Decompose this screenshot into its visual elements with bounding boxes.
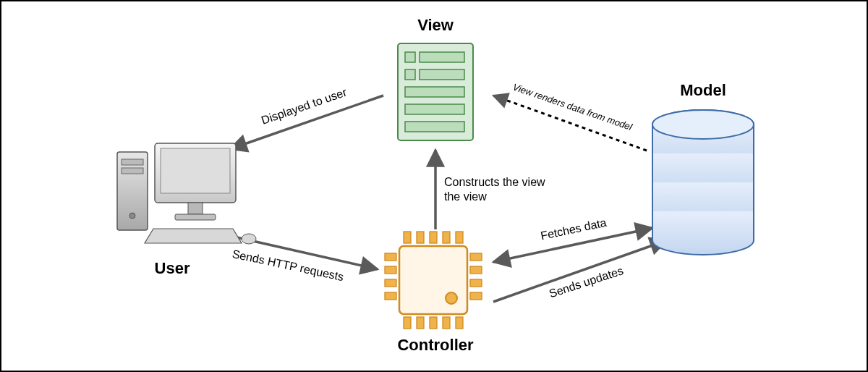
svg-rect-25 (430, 317, 437, 329)
svg-rect-7 (405, 122, 464, 132)
svg-rect-35 (470, 292, 482, 300)
controller-node: Controller (385, 232, 482, 354)
svg-rect-31 (385, 292, 396, 300)
model-node: Model (652, 81, 754, 255)
svg-rect-3 (405, 69, 415, 80)
svg-rect-20 (430, 232, 437, 243)
svg-rect-1 (405, 52, 415, 62)
database-icon (652, 110, 754, 255)
edge-displayed-to-user-label: Displayed to user (260, 85, 349, 127)
svg-rect-36 (399, 246, 467, 314)
svg-rect-34 (470, 279, 482, 287)
chip-icon (385, 232, 482, 329)
svg-rect-10 (122, 159, 143, 165)
svg-rect-19 (417, 232, 424, 243)
svg-rect-5 (405, 87, 464, 97)
svg-rect-29 (385, 266, 396, 274)
controller-label: Controller (397, 336, 474, 354)
svg-rect-22 (456, 232, 463, 243)
svg-rect-11 (122, 168, 143, 174)
svg-point-12 (129, 213, 135, 219)
svg-rect-30 (385, 279, 396, 287)
svg-point-37 (446, 292, 457, 304)
svg-rect-32 (470, 253, 482, 261)
user-label: User (155, 259, 190, 277)
svg-rect-18 (404, 232, 411, 243)
edge-constructs-view-label2: the view (444, 190, 487, 203)
svg-rect-33 (470, 266, 482, 274)
svg-rect-26 (443, 317, 450, 329)
diagram-frame: Displayed to user View renders data from… (0, 0, 868, 372)
svg-rect-15 (188, 203, 203, 214)
svg-rect-6 (405, 104, 464, 114)
svg-rect-23 (404, 317, 411, 329)
svg-rect-27 (456, 317, 463, 329)
svg-rect-14 (161, 148, 230, 193)
svg-rect-2 (420, 52, 464, 62)
view-label: View (417, 16, 454, 34)
view-node: View (398, 16, 473, 140)
svg-rect-21 (443, 232, 450, 243)
svg-rect-4 (420, 69, 464, 80)
edge-sends-http-label: Sends HTTP requests (231, 248, 345, 283)
edge-sends-updates (493, 240, 667, 302)
edge-fetches-data-label: Fetches data (540, 216, 608, 242)
svg-point-17 (242, 234, 256, 244)
model-label: Model (680, 81, 726, 99)
svg-rect-28 (385, 253, 396, 261)
svg-point-8 (652, 110, 754, 139)
svg-rect-24 (417, 317, 424, 329)
svg-rect-16 (175, 214, 216, 220)
computer-icon (117, 143, 256, 244)
edge-view-renders-label: View renders data from model (511, 81, 634, 132)
edge-constructs-view-label1: Constructs the view (444, 176, 545, 188)
view-icon (398, 43, 473, 140)
